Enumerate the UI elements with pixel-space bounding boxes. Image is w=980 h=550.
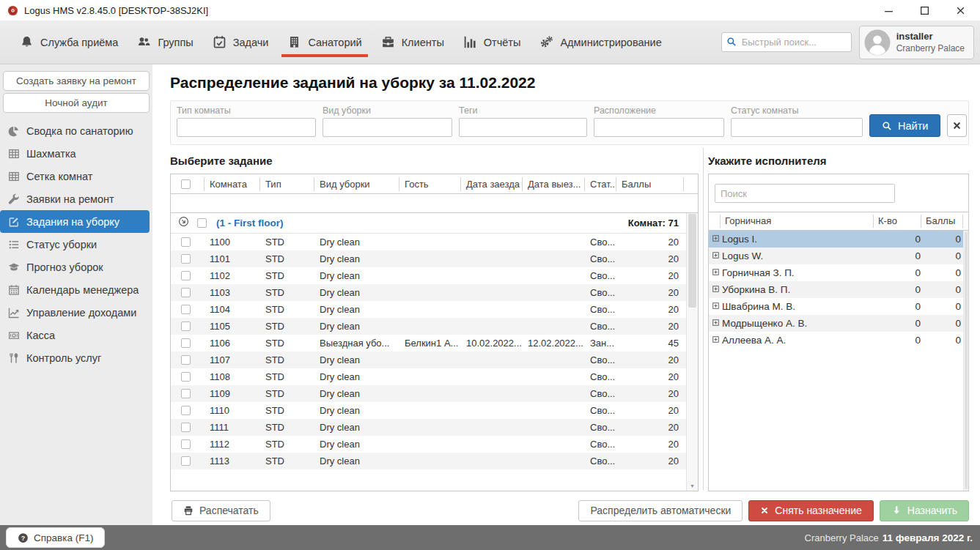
maid-row-2[interactable]: Горничная З. П.00	[709, 264, 968, 281]
row-checkbox[interactable]	[181, 338, 191, 348]
sidebar-item-7[interactable]: Календарь менеджера	[0, 278, 150, 301]
task-row-1100[interactable]: 1100STDDry cleanСво...20	[171, 234, 698, 250]
sidebar-item-3[interactable]: Заявки на ремонт	[0, 187, 150, 210]
task-row-1105[interactable]: 1105STDDry cleanСво...20	[171, 318, 698, 335]
row-checkbox[interactable]	[181, 288, 191, 297]
row-checkbox[interactable]	[181, 271, 191, 280]
maids-scrollbar[interactable]	[963, 231, 968, 491]
maid-row-3[interactable]: Уборкина В. П.00	[709, 281, 968, 298]
scroll-down-arrow-icon[interactable]: ▾	[687, 483, 698, 490]
expand-icon[interactable]	[709, 267, 722, 278]
task-row-1101[interactable]: 1101STDDry cleanСво...20	[171, 250, 698, 267]
expand-icon[interactable]	[709, 301, 722, 312]
unassign-button[interactable]: Снять назначение	[748, 500, 873, 521]
maid-row-5[interactable]: Модрыщенко А. В.00	[709, 315, 968, 332]
task-row-1108[interactable]: 1108STDDry cleanСво...20	[171, 368, 698, 385]
print-button[interactable]: Распечатать	[172, 500, 270, 521]
clear-filters-button[interactable]	[947, 114, 967, 137]
filter-input-3[interactable]	[594, 118, 724, 137]
task-col-header-3[interactable]: Вид уборки	[314, 177, 399, 191]
maid-row-4[interactable]: Швабрина М. В.00	[709, 298, 968, 315]
sidebar-item-6[interactable]: Прогноз уборок	[0, 256, 150, 278]
task-row-1104[interactable]: 1104STDDry cleanСво...20	[171, 301, 698, 318]
row-checkbox[interactable]	[181, 355, 191, 365]
row-checkbox[interactable]	[181, 322, 191, 331]
task-table-filter-row[interactable]	[171, 194, 698, 213]
sidebar-item-10[interactable]: Контроль услуг	[0, 346, 150, 369]
sidebar-item-9[interactable]: Касса	[0, 324, 150, 346]
tasks-scrollbar[interactable]: ▾	[686, 213, 698, 491]
task-row-1110[interactable]: 1110STDDry cleanСво...20	[171, 402, 698, 419]
filter-input-4[interactable]	[731, 118, 863, 137]
sidebar-item-0[interactable]: Сводка по санаторию	[0, 119, 150, 142]
expand-icon[interactable]	[709, 284, 722, 295]
nav-tab-3[interactable]: Санаторий	[278, 21, 371, 64]
collapse-group-icon[interactable]	[178, 216, 189, 230]
close-icon[interactable]	[956, 6, 965, 15]
maid-col-header-2[interactable]: Баллы	[921, 215, 963, 228]
row-checkbox[interactable]	[181, 456, 191, 466]
minimize-icon[interactable]	[884, 6, 894, 15]
row-checkbox[interactable]	[181, 305, 191, 314]
quick-search-input[interactable]	[721, 32, 852, 52]
task-col-header-7[interactable]: Стат...	[585, 177, 616, 191]
sidebar-item-8[interactable]: Управление доходами	[0, 301, 150, 324]
task-row-1102[interactable]: 1102STDDry cleanСво...20	[171, 267, 698, 284]
row-checkbox[interactable]	[181, 389, 191, 398]
task-row-1109[interactable]: 1109STDDry cleanСво...20	[171, 385, 698, 402]
expand-icon[interactable]	[709, 335, 722, 346]
row-checkbox[interactable]	[181, 237, 191, 247]
expand-icon[interactable]	[709, 318, 722, 329]
assign-button[interactable]: Назначить	[880, 500, 969, 521]
maids-scrollbar-thumb[interactable]	[965, 231, 968, 489]
row-checkbox[interactable]	[181, 439, 191, 449]
filter-input-2[interactable]	[459, 118, 587, 137]
row-checkbox[interactable]	[181, 254, 191, 264]
nav-tab-0[interactable]: Служба приёма	[10, 21, 128, 64]
task-col-header-8[interactable]: Баллы	[616, 177, 684, 191]
group-checkbox[interactable]	[197, 218, 207, 228]
maximize-icon[interactable]	[920, 6, 929, 15]
nav-tab-4[interactable]: Клиенты	[372, 21, 454, 64]
nav-tab-6[interactable]: Администрирование	[530, 21, 671, 64]
task-col-header-4[interactable]: Гость	[399, 177, 461, 191]
header-checkbox[interactable]	[181, 179, 191, 189]
nav-tab-1[interactable]: Группы	[128, 21, 202, 64]
maid-search-input[interactable]	[715, 184, 895, 203]
expand-icon[interactable]	[709, 250, 722, 261]
sidebar-button-0[interactable]: Создать заявку на ремонт	[3, 71, 150, 91]
task-group-row[interactable]: (1 - First floor)Комнат: 71	[171, 213, 698, 234]
task-col-header-6[interactable]: Дата выез...	[523, 177, 585, 191]
auto-assign-button[interactable]: Распределить автоматически	[578, 500, 743, 521]
expand-icon[interactable]	[709, 234, 722, 245]
sidebar-item-1[interactable]: Шахматка	[0, 142, 150, 165]
task-row-1106[interactable]: 1106STDВыездная убо...Белкин1 А...10.02.…	[171, 335, 698, 352]
row-checkbox[interactable]	[181, 372, 191, 382]
nav-tab-2[interactable]: Задачи	[203, 21, 279, 64]
task-row-1113[interactable]: 1113STDDry cleanСво...20	[171, 453, 698, 469]
maid-col-header-1[interactable]: К-во	[874, 215, 921, 228]
task-row-1103[interactable]: 1103STDDry cleanСво...20	[171, 284, 698, 301]
maid-row-6[interactable]: Аллеева А. А.00	[709, 332, 968, 349]
task-col-header-1[interactable]: Комната	[205, 177, 260, 191]
filter-input-1[interactable]	[323, 118, 452, 137]
maid-col-header-0[interactable]: Горничная	[721, 215, 874, 228]
tasks-scrollbar-thumb[interactable]	[688, 214, 696, 308]
find-button[interactable]: Найти	[869, 114, 940, 137]
maid-row-0[interactable]: Logus I.00	[709, 231, 968, 248]
sidebar-button-1[interactable]: Ночной аудит	[3, 93, 150, 113]
task-col-header-5[interactable]: Дата заезда	[461, 177, 523, 191]
sidebar-item-4[interactable]: Задания на уборку	[0, 210, 150, 233]
filter-input-0[interactable]	[177, 118, 316, 137]
task-col-header-2[interactable]: Тип	[260, 177, 314, 191]
task-row-1111[interactable]: 1111STDDry cleanСво...20	[171, 419, 698, 436]
row-checkbox[interactable]	[181, 423, 191, 432]
task-row-1107[interactable]: 1107STDDry cleanСво...20	[171, 352, 698, 368]
maid-row-1[interactable]: Logus W.00	[709, 248, 968, 264]
sidebar-item-2[interactable]: Сетка комнат	[0, 165, 150, 187]
sidebar-item-5[interactable]: Статус уборки	[0, 233, 150, 256]
task-row-1112[interactable]: 1112STDDry cleanСво...20	[171, 436, 698, 453]
row-checkbox[interactable]	[181, 406, 191, 415]
user-card[interactable]: installer Cranberry Palace	[859, 26, 974, 59]
help-button[interactable]: ? Справка (F1)	[6, 527, 105, 548]
